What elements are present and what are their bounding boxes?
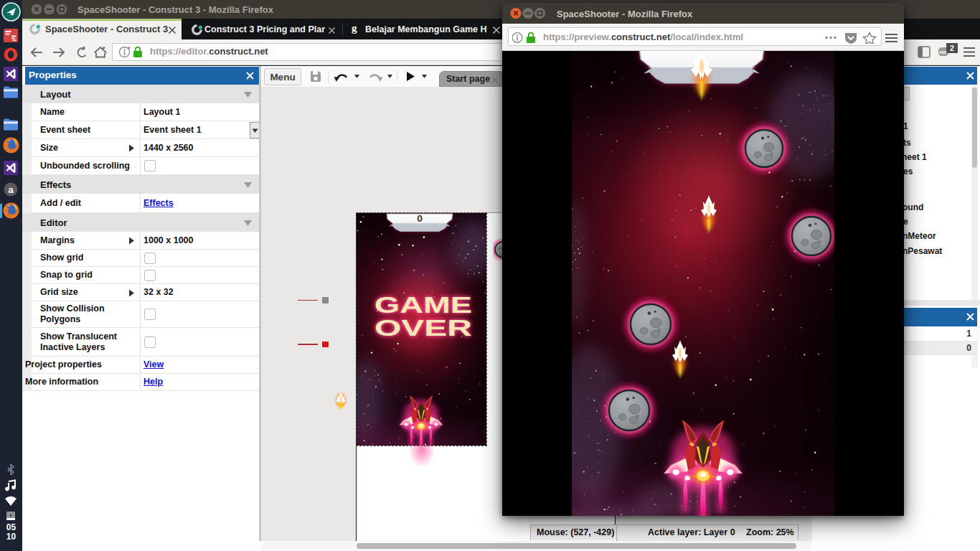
svg-text:2: 2 <box>950 44 954 52</box>
svg-text:a: a <box>8 184 14 195</box>
